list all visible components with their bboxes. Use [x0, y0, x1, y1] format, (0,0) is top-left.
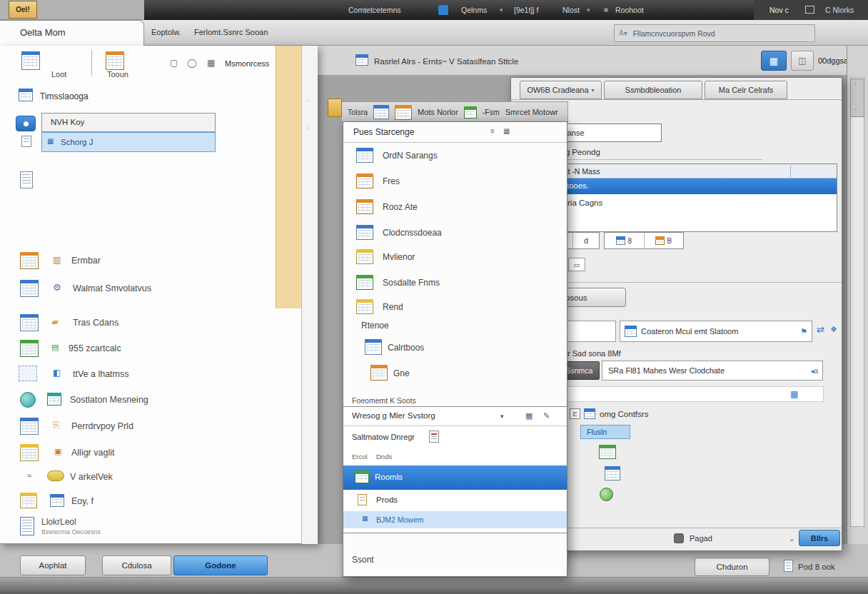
tab-cradleana[interactable]: OW6B Cradleana ▾ — [520, 81, 602, 99]
calendar-icon[interactable] — [373, 105, 389, 119]
folder-icon — [328, 99, 342, 117]
sync-icon[interactable]: ⇄ — [817, 325, 824, 334]
loot-action-label[interactable]: Loot — [51, 70, 66, 79]
grid-icon[interactable]: ▦ — [525, 412, 533, 420]
storage-list-dialog: Pues Starcenge ≡ ▦ OrdN Sarangs Fres Roo… — [343, 121, 567, 577]
list-item[interactable]: Eoy, f — [0, 490, 276, 512]
ribbon-menu-item[interactable]: Eoptolw. — [151, 28, 181, 36]
pin-icon[interactable]: ≡ — [490, 128, 495, 135]
tooun-icon[interactable] — [106, 51, 124, 70]
tooun-action-label[interactable]: Tooun — [107, 70, 128, 79]
subdialog-row[interactable]: Prods — [343, 491, 567, 510]
toolbar-label[interactable]: Smrcet Motowr — [505, 108, 558, 116]
search-input[interactable] — [632, 29, 810, 39]
storage-icon — [356, 148, 373, 163]
list-item[interactable]: Rend — [343, 296, 567, 318]
restore-window-icon[interactable] — [805, 6, 814, 14]
list-item[interactable]: ▣ Alligr vaglit — [0, 442, 276, 463]
chduron-button[interactable]: Chduron — [695, 558, 769, 576]
ribbon-menu-item[interactable]: Ferlomt.Ssnrc Sooan — [194, 28, 268, 36]
sheet-icon[interactable] — [464, 106, 477, 119]
list-item[interactable]: ⚙ Walmat Smvolatvus — [0, 278, 276, 299]
subdialog-row-selected[interactable]: Roomls — [343, 465, 567, 490]
contacts-label: omg Contfsrs — [600, 410, 648, 418]
subdialog-row-alt[interactable]: ▦ BJM2 Mowem — [343, 511, 567, 528]
main-field[interactable]: Coateron Mcul emt Slatoom ⚑ — [620, 321, 812, 342]
bllrs-button[interactable]: Bllrs — [799, 530, 840, 546]
book-icon[interactable]: ❖ — [830, 326, 837, 333]
storage-icon — [370, 365, 388, 381]
loot-icon[interactable] — [21, 51, 40, 70]
note-icon: ⎘ — [53, 421, 60, 429]
mini-button[interactable]: ▭ — [568, 258, 585, 271]
segment-button[interactable]: d — [573, 233, 599, 248]
globe-icon[interactable] — [600, 488, 613, 501]
list-item[interactable]: ▥ Ermbar — [0, 250, 276, 271]
fanse-box[interactable]: Fanse — [556, 124, 662, 142]
table-icon[interactable] — [395, 105, 412, 120]
titlebar-menu-item[interactable]: Comtetcetemns — [348, 6, 401, 14]
titlebar-menu-item[interactable]: [9e1t]j f — [514, 6, 538, 14]
search-box[interactable]: A▾ — [614, 24, 815, 42]
list-item[interactable]: Calrtboos — [343, 336, 567, 359]
grid-icon[interactable]: ▦ — [503, 128, 510, 135]
list-item[interactable]: ◧ ttVe a lhatmss — [0, 363, 276, 385]
titlebar-menu-item[interactable]: Roohoot — [615, 6, 644, 14]
chevron-down-icon[interactable]: ⌄ — [789, 535, 794, 543]
list-item[interactable]: ▰ Tras Cdans — [0, 312, 276, 333]
list-item[interactable]: ⎘ Perrdrvpoy Prld — [0, 416, 276, 437]
tab-ssmbdbleoation[interactable]: Ssmbdbleoation — [604, 81, 702, 99]
item-glyph-icon: ▤ — [51, 343, 59, 351]
titlebar-menu-item[interactable]: Nlost — [562, 6, 580, 14]
app-badge[interactable]: Oel! — [9, 1, 37, 19]
wide-field[interactable]: SRa Fl81 Mahes Wesr Clodchate ◂a — [602, 361, 823, 381]
list-item[interactable]: Rtenoe — [343, 316, 567, 335]
list-item[interactable]: Sostlaton Mesneing — [0, 389, 276, 411]
scroll-up-icon[interactable]: ◦ — [854, 81, 857, 87]
list-item[interactable]: Gne — [343, 362, 567, 385]
segment-button[interactable]: 8 — [605, 233, 645, 248]
window-controls-label[interactable]: C Nlorks — [825, 6, 854, 14]
address-book-label[interactable]: Pod 8 ook — [798, 563, 835, 571]
table-icon[interactable]: ▦ — [790, 390, 798, 398]
list-item-label: Mvlienor — [383, 252, 415, 262]
tab-ma-celr-celrafs[interactable]: Ma Celr Celrafs — [705, 81, 787, 99]
sheet-icon[interactable] — [605, 466, 620, 480]
refresh-icon[interactable]: ◯ — [187, 59, 196, 67]
list-item[interactable]: ≈ V arkelVek — [0, 466, 276, 488]
active-document-tab[interactable]: Oelta Mom — [0, 20, 144, 46]
list-item[interactable]: Rooz Ate — [343, 196, 567, 218]
layout-icon[interactable]: ▢ — [170, 59, 178, 67]
vertical-scrollbar-track[interactable] — [850, 77, 864, 527]
panel-scrollbar[interactable]: ◦ ▫ — [301, 46, 318, 544]
tab-label: Ssmbdbleoation — [625, 86, 682, 94]
primary-toolbar-button[interactable]: ▦ — [761, 51, 787, 71]
folder-icon: ▰ — [51, 317, 59, 326]
list-item[interactable]: Fres — [343, 171, 567, 192]
vertical-scrollbar-thumb[interactable] — [850, 79, 864, 117]
titlebar-menu-item[interactable]: Qelnms — [461, 6, 487, 14]
dropdown[interactable]: Wresog g Mler Svstorg ▾ ▦ ✎ — [343, 407, 567, 426]
contact-item-selected[interactable]: Flusln — [580, 425, 630, 439]
close-button[interactable]: Cdulosa — [102, 555, 171, 575]
toolbar-label[interactable]: Mots Norlor — [418, 108, 458, 116]
list-item[interactable]: Sosdalte Fnms — [343, 272, 567, 293]
list-item[interactable]: OrdN Sarangs — [343, 145, 567, 166]
confirm-button[interactable]: Godone — [173, 555, 268, 575]
list-item[interactable]: ▤ 955 zcartcalc — [0, 338, 276, 359]
apply-button[interactable]: Aophlat — [20, 555, 86, 575]
list-item-label: Rooz Ate — [383, 202, 418, 212]
secondary-toolbar-button[interactable]: ◫ — [791, 51, 814, 71]
ribbon-bar: Oelta Mom Eoptolw. Ferlomt.Ssnrc Sooan A… — [0, 20, 868, 46]
list-item[interactable]: Mvlienor — [343, 246, 567, 268]
list-item[interactable]: Clodcnssdoeaa — [343, 222, 567, 243]
sheet-icon[interactable] — [599, 445, 616, 459]
item-glyph-icon: ▣ — [54, 448, 61, 455]
compose-icon[interactable]: ✎ — [543, 412, 550, 420]
selected-row-2[interactable]: ▦ Schorg J — [41, 132, 216, 152]
grid-icon[interactable]: ▦ — [207, 59, 215, 67]
selected-row-1[interactable]: NVH Koy — [41, 113, 216, 132]
list-item-label: Rtenoe — [361, 321, 389, 331]
list-item[interactable]: LlokrLeol Bsvrecma Oecoesns — [0, 515, 276, 541]
segment-button[interactable]: B — [645, 233, 684, 248]
